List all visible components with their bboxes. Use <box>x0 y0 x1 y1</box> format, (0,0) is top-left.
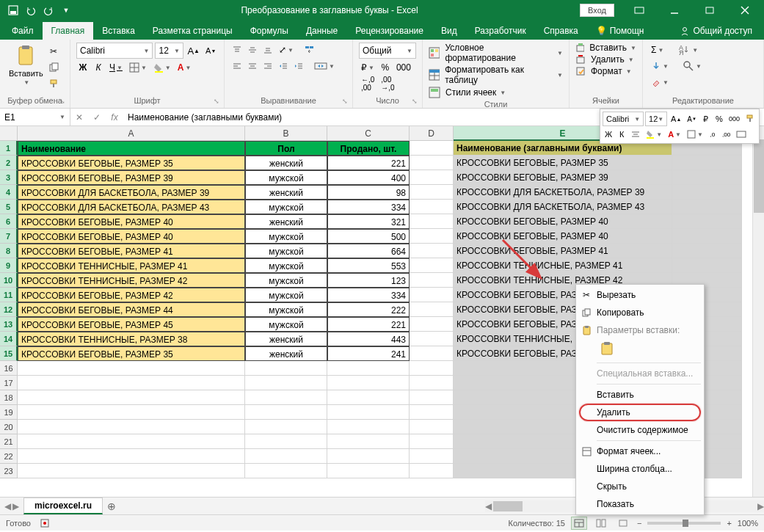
mini-merge-icon[interactable] <box>734 128 749 141</box>
mini-increase-font-icon[interactable]: A▲ <box>669 112 683 125</box>
redo-icon[interactable] <box>41 3 56 18</box>
cell[interactable] <box>18 434 245 449</box>
cell[interactable]: 664 <box>327 244 410 258</box>
cell[interactable]: КРОССОВКИ ДЛЯ БАСКЕТБОЛА, РАЗМЕР 43 <box>18 200 245 214</box>
mini-borders-icon[interactable]: ▼ <box>685 128 705 141</box>
cell[interactable] <box>672 170 742 185</box>
vertical-scrollbar[interactable] <box>752 126 764 497</box>
clear-icon[interactable]: ▼ <box>649 75 671 90</box>
sheet-nav-prev-icon[interactable]: ◀ <box>4 501 11 511</box>
cell[interactable] <box>410 302 454 317</box>
cell[interactable] <box>410 434 454 449</box>
cell[interactable] <box>410 405 454 420</box>
row-header[interactable]: 23 <box>0 464 18 478</box>
close-icon[interactable] <box>729 0 761 21</box>
column-header-A[interactable]: A <box>18 126 245 141</box>
zoom-out-icon[interactable]: − <box>637 519 641 528</box>
row-header[interactable]: 3 <box>0 170 18 185</box>
cell[interactable]: КРОССОВКИ БЕГОВЫЕ, РАЗМЕР 41 <box>454 244 672 258</box>
cell[interactable]: женский <box>245 185 327 200</box>
cell[interactable] <box>672 185 742 200</box>
cell[interactable] <box>18 376 245 390</box>
row-header[interactable]: 22 <box>0 449 18 464</box>
cell[interactable] <box>410 464 454 478</box>
tab-formulas[interactable]: Формулы <box>241 22 297 40</box>
cell[interactable] <box>18 405 245 420</box>
cell-styles-button[interactable]: Стили ячеек▼ <box>429 87 563 98</box>
cell[interactable] <box>327 420 410 434</box>
cell[interactable] <box>327 376 410 390</box>
cell[interactable] <box>410 390 454 405</box>
cell[interactable] <box>245 464 327 478</box>
cell[interactable]: КРОССОВКИ ДЛЯ БАСКЕТБОЛА, РАЗМЕР 43 <box>454 200 672 214</box>
cell[interactable]: КРОССОВКИ БЕГОВЫЕ, РАЗМЕР 40 <box>18 214 245 229</box>
ctx-insert[interactable]: Вставить <box>576 386 704 404</box>
mini-align-icon[interactable] <box>629 128 642 141</box>
comma-icon[interactable]: 000 <box>394 60 413 75</box>
cancel-formula-icon[interactable]: ✕ <box>70 109 88 125</box>
mini-size-combo[interactable]: 12▼ <box>645 112 667 126</box>
row-header[interactable]: 4 <box>0 185 18 200</box>
orientation-icon[interactable]: ⤢▼ <box>277 43 296 57</box>
cell[interactable]: КРОССОВКИ БЕГОВЫЕ, РАЗМЕР 40 <box>18 229 245 244</box>
mini-decrease-font-icon[interactable]: A▼ <box>685 112 699 125</box>
bold-button[interactable]: Ж <box>76 60 90 75</box>
macro-record-icon[interactable] <box>40 518 50 528</box>
sort-filter-icon[interactable]: AЯ▼ <box>675 43 700 57</box>
row-header[interactable]: 14 <box>0 332 18 346</box>
tab-insert[interactable]: Вставка <box>93 22 144 40</box>
format-as-table-button[interactable]: Форматировать как таблицу▼ <box>429 65 563 85</box>
font-size-combo[interactable]: 12▼ <box>155 43 183 59</box>
cell[interactable]: КРОССОВКИ БЕГОВЫЕ, РАЗМЕР 39 <box>18 170 245 185</box>
tab-view[interactable]: Вид <box>432 22 466 40</box>
mini-currency-icon[interactable]: ₽ <box>700 112 712 125</box>
cell[interactable]: женский <box>245 156 327 170</box>
save-icon[interactable] <box>6 3 21 18</box>
cell[interactable]: 500 <box>327 229 410 244</box>
cell[interactable]: 222 <box>327 302 410 317</box>
cell[interactable] <box>327 390 410 405</box>
row-header[interactable]: 16 <box>0 361 18 376</box>
cell[interactable]: КРОССОВКИ БЕГОВЫЕ, РАЗМЕР 35 <box>18 346 245 361</box>
increase-font-icon[interactable]: A▲ <box>186 43 202 58</box>
mini-font-color-icon[interactable]: A▼ <box>666 128 683 141</box>
percent-icon[interactable]: % <box>379 60 392 75</box>
font-color-icon[interactable]: A▼ <box>175 60 194 75</box>
borders-icon[interactable]: ▼ <box>127 60 149 75</box>
cell[interactable]: КРОССОВКИ БЕГОВЫЕ, РАЗМЕР 35 <box>18 156 245 170</box>
cell[interactable]: КРОССОВКИ ТЕННИСНЫЕ, РАЗМЕР 38 <box>18 332 245 346</box>
cell[interactable] <box>672 258 742 273</box>
login-button[interactable]: Вход <box>580 4 614 17</box>
increase-indent-icon[interactable] <box>292 59 305 73</box>
cell[interactable]: КРОССОВКИ БЕГОВЫЕ, РАЗМЕР 39 <box>454 170 672 185</box>
number-format-combo[interactable]: Общий▼ <box>359 43 416 59</box>
align-right-icon[interactable] <box>261 59 274 73</box>
row-header[interactable]: 2 <box>0 156 18 170</box>
cell[interactable]: КРОССОВКИ ТЕННИСНЫЕ, РАЗМЕР 41 <box>18 258 245 273</box>
mini-italic-button[interactable]: К <box>616 128 627 141</box>
cell[interactable] <box>410 449 454 464</box>
cell[interactable] <box>245 376 327 390</box>
tab-help[interactable]: Справка <box>535 22 587 40</box>
view-page-break-icon[interactable] <box>615 517 631 530</box>
minimize-icon[interactable] <box>658 0 691 21</box>
cell[interactable]: КРОССОВКИ БЕГОВЫЕ, РАЗМЕР 42 <box>18 288 245 302</box>
decrease-indent-icon[interactable] <box>277 59 290 73</box>
cell[interactable] <box>245 390 327 405</box>
cell[interactable] <box>327 361 410 376</box>
cell[interactable] <box>245 449 327 464</box>
view-normal-icon[interactable] <box>571 517 587 530</box>
cell[interactable]: женский <box>245 214 327 229</box>
cell[interactable] <box>18 464 245 478</box>
cell[interactable] <box>18 420 245 434</box>
cell[interactable]: мужской <box>245 288 327 302</box>
cell[interactable]: женский <box>245 332 327 346</box>
cell[interactable] <box>410 258 454 273</box>
cell[interactable]: КРОССОВКИ ТЕННИСНЫЕ, РАЗМЕР 41 <box>454 258 672 273</box>
cell[interactable]: 241 <box>327 346 410 361</box>
font-launcher-icon[interactable]: ⤡ <box>214 98 222 106</box>
row-header[interactable]: 13 <box>0 317 18 332</box>
insert-cells-button[interactable]: Вставить▼ <box>575 43 636 53</box>
cell[interactable] <box>18 361 245 376</box>
ribbon-display-icon[interactable] <box>623 0 655 21</box>
